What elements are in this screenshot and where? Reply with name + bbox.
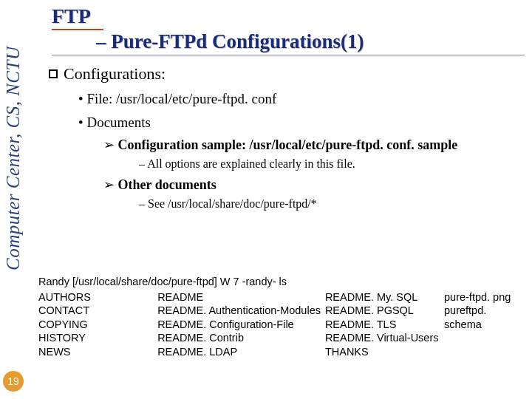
list-item: README. LDAP	[157, 345, 325, 359]
list-item: HISTORY	[38, 331, 157, 345]
list-item: CONTACT	[38, 304, 157, 318]
list-item: pure-ftpd. png	[444, 290, 522, 304]
side-institution-label: Computer Center, CS, NCTU	[3, 4, 25, 270]
bullet-configurations-label: Configurations:	[64, 64, 166, 83]
bullet-documents: Documents	[78, 115, 525, 131]
list-item: NEWS	[38, 345, 157, 359]
title-main: FTP	[52, 4, 91, 29]
bullet-file: File: /usr/local/etc/pure-ftpd. conf	[78, 91, 525, 107]
list-item: README. PGSQL	[325, 304, 444, 318]
list-item: README. TLS	[325, 318, 444, 332]
square-bullet-icon	[49, 69, 58, 78]
list-item: README. My. SQL	[325, 290, 444, 304]
body: Configurations: File: /usr/local/etc/pur…	[44, 64, 525, 211]
listing-col-1: AUTHORS CONTACT COPYING HISTORY NEWS	[38, 290, 157, 359]
terminal-listing: Randy [/usr/local/share/doc/pure-ftpd] W…	[38, 275, 522, 358]
list-item: AUTHORS	[38, 290, 157, 304]
bullet-other-documents: Other documents	[103, 177, 525, 193]
listing-col-3: README. My. SQL README. PGSQL README. TL…	[325, 290, 444, 359]
list-item: THANKS	[325, 345, 444, 359]
listing-col-4: pure-ftpd. png pureftpd. schema	[444, 290, 522, 359]
page-number-badge: 19	[3, 371, 24, 392]
terminal-prompt: Randy [/usr/local/share/doc/pure-ftpd] W…	[38, 275, 522, 289]
title-block: FTP – Pure-FTPd Configurations(1)	[52, 4, 525, 55]
list-item: README. Contrib	[157, 331, 325, 345]
list-item: pureftpd. schema	[444, 304, 522, 331]
listing-col-2: README README. Authentication-Modules RE…	[157, 290, 325, 359]
list-item: README. Virtual-Users	[325, 331, 444, 345]
list-item: README. Configuration-File	[157, 318, 325, 332]
title-divider	[52, 55, 525, 55]
list-item: README. Authentication-Modules	[157, 304, 325, 318]
bullet-config-sample: Configuration sample: /usr/local/etc/pur…	[103, 137, 525, 153]
bullet-other-documents-note: See /usr/local/share/doc/pure-ftpd/*	[139, 197, 525, 211]
list-item: README	[157, 290, 325, 304]
listing-columns: AUTHORS CONTACT COPYING HISTORY NEWS REA…	[38, 290, 522, 359]
bullet-config-sample-note: All options are explained clearly in thi…	[139, 157, 525, 171]
slide: Computer Center, CS, NCTU FTP – Pure-FTP…	[0, 0, 532, 399]
bullet-configurations: Configurations:	[49, 64, 525, 83]
content-area: FTP – Pure-FTPd Configurations(1) Config…	[44, 4, 525, 211]
list-item: COPYING	[38, 318, 157, 332]
title-sub: – Pure-FTPd Configurations(1)	[96, 30, 525, 53]
